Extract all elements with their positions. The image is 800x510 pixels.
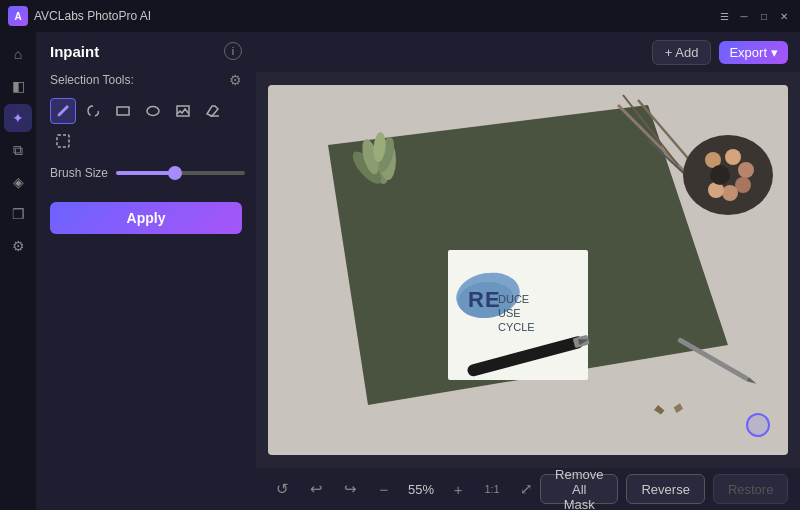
- icon-sidebar: ⌂ ◧ ✦ ⧉ ◈ ❒ ⚙: [0, 32, 36, 510]
- undo-icon: ↩: [310, 480, 323, 498]
- zoom-level: 55%: [404, 482, 438, 497]
- main-layout: ⌂ ◧ ✦ ⧉ ◈ ❒ ⚙ Inpaint i Selection Tools:…: [0, 32, 800, 510]
- app-title: AVCLabs PhotoPro AI: [34, 9, 151, 23]
- bottom-bar: ↺ ↩ ↪ − 55% + 1:1 ⤢: [256, 468, 800, 510]
- selection-tools-row: [36, 94, 256, 162]
- title-bar-left: A AVCLabs PhotoPro AI: [8, 6, 151, 26]
- refresh-btn[interactable]: ↺: [268, 475, 296, 503]
- reverse-btn[interactable]: Reverse: [626, 474, 704, 504]
- export-label: Export: [729, 45, 767, 60]
- sidebar-item-home[interactable]: ⌂: [4, 40, 32, 68]
- svg-point-35: [710, 165, 730, 185]
- svg-text:DUCE: DUCE: [498, 293, 529, 305]
- zoom-out-btn[interactable]: −: [370, 475, 398, 503]
- canvas-area: + Add Export ▾: [256, 32, 800, 510]
- bottom-right-actions: Remove All Mask Reverse Restore: [540, 474, 788, 504]
- ratio-label: 1:1: [484, 483, 499, 495]
- sidebar-item-object[interactable]: ◈: [4, 168, 32, 196]
- restore-btn[interactable]: Restore: [713, 474, 789, 504]
- redo-icon: ↪: [344, 480, 357, 498]
- selection-tools-header: Selection Tools: ⚙: [36, 66, 256, 94]
- tools-settings-icon[interactable]: ⚙: [229, 72, 242, 88]
- svg-point-30: [725, 149, 741, 165]
- panel-title: Inpaint: [50, 43, 99, 60]
- tool-rect[interactable]: [110, 98, 136, 124]
- minimize-btn[interactable]: ─: [736, 8, 752, 24]
- zoom-in-icon: +: [454, 481, 463, 498]
- svg-rect-4: [57, 135, 69, 147]
- export-chevron-icon: ▾: [771, 45, 778, 60]
- bottom-left-tools: ↺ ↩ ↪ − 55% + 1:1 ⤢: [268, 475, 540, 503]
- sidebar-item-adjust[interactable]: ⧉: [4, 136, 32, 164]
- brush-cursor: [746, 413, 770, 437]
- title-bar: A AVCLabs PhotoPro AI ☰ ─ □ ✕: [0, 0, 800, 32]
- tool-pen[interactable]: [50, 98, 76, 124]
- tool-eraser[interactable]: [200, 98, 226, 124]
- close-btn[interactable]: ✕: [776, 8, 792, 24]
- redo-btn[interactable]: ↪: [336, 475, 364, 503]
- brush-size-label: Brush Size: [50, 166, 108, 180]
- info-icon[interactable]: i: [224, 42, 242, 60]
- export-button[interactable]: Export ▾: [719, 41, 788, 64]
- svg-text:CYCLE: CYCLE: [498, 321, 535, 333]
- canvas-image[interactable]: RE DUCE USE CYCLE: [268, 85, 788, 455]
- tool-ellipse[interactable]: [140, 98, 166, 124]
- brush-size-row: Brush Size: [36, 162, 256, 194]
- sidebar-item-stamp[interactable]: ❒: [4, 200, 32, 228]
- svg-text:USE: USE: [498, 307, 521, 319]
- menu-btn[interactable]: ☰: [716, 8, 732, 24]
- sidebar-item-layers[interactable]: ◧: [4, 72, 32, 100]
- panel-header: Inpaint i: [36, 32, 256, 66]
- svg-rect-0: [117, 107, 129, 115]
- apply-btn-wrap: Apply: [36, 194, 256, 248]
- canvas-wrapper[interactable]: RE DUCE USE CYCLE: [256, 72, 800, 468]
- svg-text:RE: RE: [468, 287, 501, 312]
- sidebar-item-sliders[interactable]: ⚙: [4, 232, 32, 260]
- fit-icon: ⤢: [520, 480, 533, 498]
- svg-point-1: [147, 107, 159, 116]
- sidebar-item-effects[interactable]: ✦: [4, 104, 32, 132]
- zoom-out-icon: −: [380, 481, 389, 498]
- photo-svg: RE DUCE USE CYCLE: [268, 85, 788, 455]
- top-bar: + Add Export ▾: [256, 32, 800, 72]
- apply-button[interactable]: Apply: [50, 202, 242, 234]
- zoom-in-btn[interactable]: +: [444, 475, 472, 503]
- svg-point-33: [722, 185, 738, 201]
- window-controls: ☰ ─ □ ✕: [716, 8, 792, 24]
- left-panel: Inpaint i Selection Tools: ⚙: [36, 32, 256, 510]
- tool-image[interactable]: [170, 98, 196, 124]
- ratio-btn[interactable]: 1:1: [478, 475, 506, 503]
- remove-all-mask-btn[interactable]: Remove All Mask: [540, 474, 618, 504]
- selection-tools-label: Selection Tools:: [50, 73, 134, 87]
- undo-btn[interactable]: ↩: [302, 475, 330, 503]
- tool-lasso[interactable]: [80, 98, 106, 124]
- refresh-icon: ↺: [276, 480, 289, 498]
- svg-point-31: [738, 162, 754, 178]
- fit-btn[interactable]: ⤢: [512, 475, 540, 503]
- add-button[interactable]: + Add: [652, 40, 712, 65]
- maximize-btn[interactable]: □: [756, 8, 772, 24]
- brush-size-slider[interactable]: [116, 171, 245, 175]
- app-icon: A: [8, 6, 28, 26]
- tool-magic[interactable]: [50, 128, 76, 154]
